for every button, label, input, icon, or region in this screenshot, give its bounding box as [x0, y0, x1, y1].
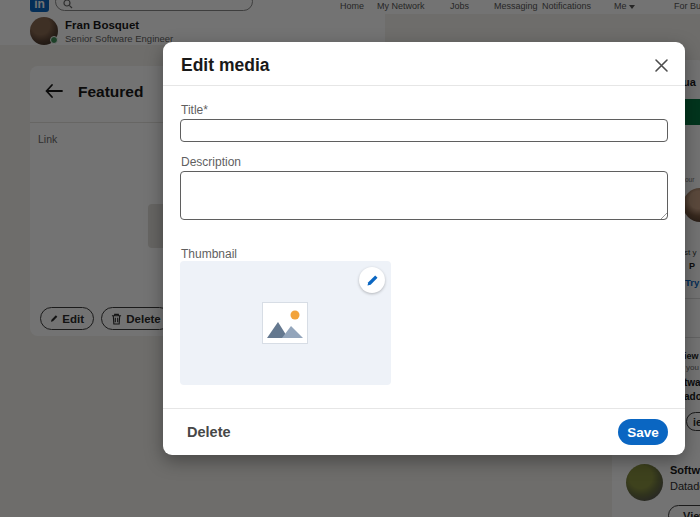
save-button[interactable]: Save: [618, 419, 668, 445]
pencil-icon: [366, 274, 379, 287]
title-field-label: Title*: [181, 103, 208, 117]
description-field-label: Description: [181, 155, 241, 169]
close-icon: [654, 58, 669, 73]
modal-header: Edit media: [163, 42, 685, 86]
image-placeholder-icon: [262, 302, 308, 344]
modal-footer: Delete Save: [163, 408, 685, 455]
screen: in Home My Network Jobs Messaging Notifi…: [0, 0, 700, 517]
thumbnail-field-label: Thumbnail: [181, 247, 237, 261]
description-textarea[interactable]: [180, 171, 668, 220]
title-input[interactable]: [180, 119, 668, 142]
modal-delete-button[interactable]: Delete: [187, 424, 231, 440]
edit-media-modal: Edit media Title* Description Thumbnail …: [163, 42, 685, 455]
modal-title: Edit media: [181, 55, 270, 76]
thumbnail-preview: [180, 261, 391, 385]
close-button[interactable]: [649, 53, 673, 77]
edit-thumbnail-button[interactable]: [359, 267, 385, 293]
